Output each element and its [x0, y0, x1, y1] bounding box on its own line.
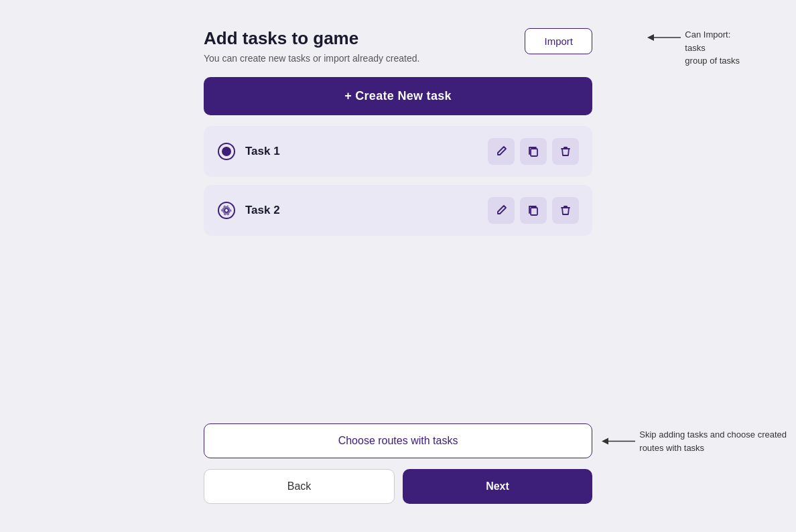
choose-routes-annotation: Skip adding tasks and choose createdrout…: [602, 428, 787, 454]
main-content: Add tasks to game You can create new tas…: [204, 28, 592, 504]
trash-icon: [559, 204, 572, 216]
import-area: Import Can Import: tasks group of tasks: [525, 28, 592, 54]
header-text: Add tasks to game You can create new tas…: [204, 28, 419, 64]
copy-icon: [527, 204, 539, 216]
svg-rect-4: [531, 149, 537, 156]
choose-routes-area: Choose routes with tasks Skip adding tas…: [204, 423, 592, 458]
edit-icon: [495, 204, 507, 216]
task-2-edit-button[interactable]: [488, 197, 515, 224]
svg-rect-8: [531, 208, 537, 215]
task-2-name: Task 2: [245, 204, 280, 217]
import-annotation: Can Import: tasks group of tasks: [647, 28, 740, 68]
svg-marker-10: [602, 438, 608, 444]
task-1-copy-button[interactable]: [520, 138, 547, 165]
svg-point-3: [222, 147, 231, 156]
svg-marker-1: [647, 34, 654, 41]
header-area: Add tasks to game You can create new tas…: [204, 28, 592, 64]
annotation-bottom-text: Skip adding tasks and choose createdrout…: [639, 428, 787, 454]
nav-buttons: Back Next: [204, 469, 592, 504]
task-1-name: Task 1: [245, 145, 280, 158]
task-2-delete-button[interactable]: [552, 197, 579, 224]
task-left: Task 2: [217, 201, 280, 220]
edit-icon: [495, 145, 507, 157]
arrow-left-icon: [647, 31, 681, 44]
task-gear-icon: [217, 201, 236, 220]
task-left: Task 1: [217, 142, 280, 161]
arrow-left-icon-bottom: [602, 434, 635, 448]
task-1-delete-button[interactable]: [552, 138, 579, 165]
task-1-actions: [488, 138, 579, 165]
annotation-top-text: Can Import: tasks group of tasks: [685, 28, 740, 68]
next-button[interactable]: Next: [403, 469, 592, 504]
task-radio-icon: [217, 142, 236, 161]
page-container: Add tasks to game You can create new tas…: [0, 0, 796, 532]
back-button[interactable]: Back: [204, 469, 395, 504]
import-button[interactable]: Import: [525, 28, 592, 54]
task-2-actions: [488, 197, 579, 224]
page-subtitle: You can create new tasks or import alrea…: [204, 53, 419, 64]
task-2-copy-button[interactable]: [520, 197, 547, 224]
task-item: Task 2: [204, 185, 592, 236]
choose-routes-button[interactable]: Choose routes with tasks: [204, 423, 592, 458]
copy-icon: [527, 145, 539, 157]
task-item: Task 1: [204, 126, 592, 177]
trash-icon: [559, 145, 572, 157]
create-task-button[interactable]: + Create New task: [204, 77, 592, 115]
page-title: Add tasks to game: [204, 28, 419, 49]
bottom-section: Choose routes with tasks Skip adding tas…: [204, 423, 592, 504]
task-1-edit-button[interactable]: [488, 138, 515, 165]
